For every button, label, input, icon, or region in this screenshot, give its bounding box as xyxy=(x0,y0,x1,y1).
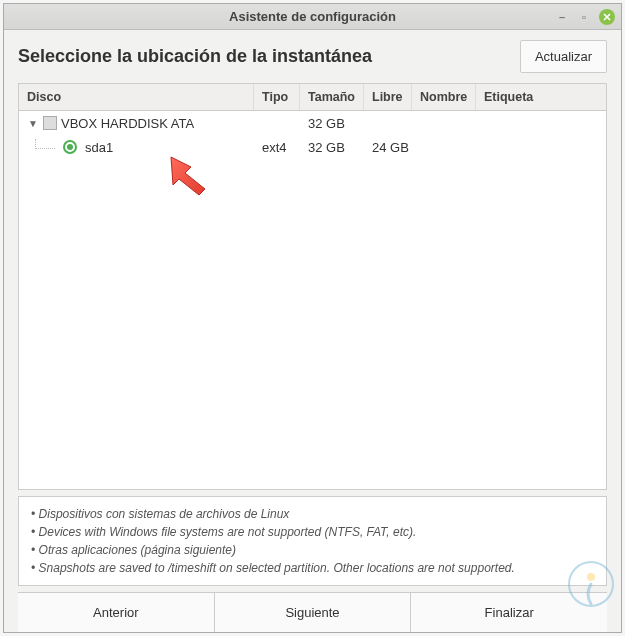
harddisk-icon xyxy=(43,116,57,130)
table-body: ▼ VBOX HARDDISK ATA 32 GB sda1 xyxy=(19,111,606,489)
table-row[interactable]: sda1 ext4 32 GB 24 GB xyxy=(19,135,606,159)
table-row[interactable]: ▼ VBOX HARDDISK ATA 32 GB xyxy=(19,111,606,135)
finish-button[interactable]: Finalizar xyxy=(411,593,607,632)
table-header: Disco Tipo Tamaño Libre Nombre Etiqueta xyxy=(19,84,606,111)
partition-label: sda1 xyxy=(85,140,113,155)
th-tamano[interactable]: Tamaño xyxy=(300,84,364,110)
disk-label: VBOX HARDDISK ATA xyxy=(61,116,194,131)
titlebar: Asistente de configuración – ▫ xyxy=(4,4,621,30)
page-heading: Seleccione la ubicación de la instantáne… xyxy=(18,46,372,67)
arrow-annotation-icon xyxy=(167,153,217,197)
window-title: Asistente de configuración xyxy=(229,9,396,24)
next-button[interactable]: Siguiente xyxy=(215,593,412,632)
refresh-button[interactable]: Actualizar xyxy=(520,40,607,73)
minimize-icon[interactable]: – xyxy=(555,10,569,24)
th-etiqueta[interactable]: Etiqueta xyxy=(476,84,606,110)
content-area: Seleccione la ubicación de la instantáne… xyxy=(4,30,621,632)
wizard-footer: Anterior Siguiente Finalizar xyxy=(18,592,607,632)
svg-marker-2 xyxy=(171,157,205,195)
cell-tipo: ext4 xyxy=(254,140,300,155)
maximize-icon[interactable]: ▫ xyxy=(577,10,591,24)
th-nombre[interactable]: Nombre xyxy=(412,84,476,110)
header-row: Seleccione la ubicación de la instantáne… xyxy=(18,40,607,73)
config-wizard-window: Asistente de configuración – ▫ Seleccion… xyxy=(3,3,622,633)
previous-button[interactable]: Anterior xyxy=(18,593,215,632)
th-tipo[interactable]: Tipo xyxy=(254,84,300,110)
cell-tamano: 32 GB xyxy=(300,140,364,155)
cell-tamano: 32 GB xyxy=(300,116,364,131)
radio-selected-icon[interactable] xyxy=(63,140,77,154)
notes-panel: Dispositivos con sistemas de archivos de… xyxy=(18,496,607,586)
titlebar-controls: – ▫ xyxy=(555,9,615,25)
close-icon[interactable] xyxy=(599,9,615,25)
note-line: Otras aplicaciones (página siguiente) xyxy=(31,541,594,559)
disk-table: Disco Tipo Tamaño Libre Nombre Etiqueta … xyxy=(18,83,607,490)
chevron-down-icon[interactable]: ▼ xyxy=(27,118,39,129)
note-line: Snapshots are saved to /timeshift on sel… xyxy=(31,559,594,577)
cell-libre: 24 GB xyxy=(364,140,412,155)
tree-branch-icon xyxy=(35,139,55,149)
th-libre[interactable]: Libre xyxy=(364,84,412,110)
note-line: Devices with Windows file systems are no… xyxy=(31,523,594,541)
th-disco[interactable]: Disco xyxy=(19,84,254,110)
note-line: Dispositivos con sistemas de archivos de… xyxy=(31,505,594,523)
